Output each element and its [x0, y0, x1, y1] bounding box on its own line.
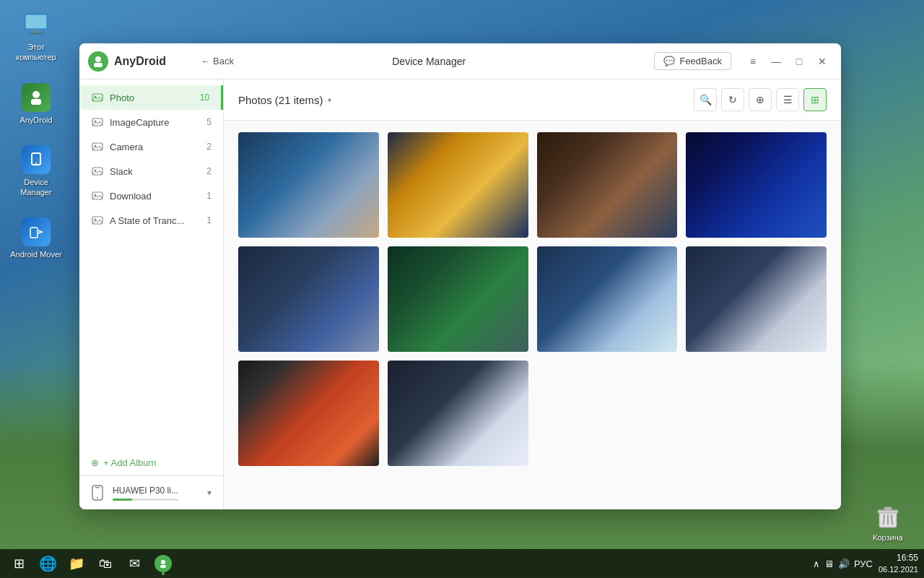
sidebar-item-imagecapture[interactable]: ImageCapture 5: [79, 110, 223, 134]
taskbar-explorer[interactable]: 📁: [64, 551, 90, 577]
title-bar: AnyDroid ← Back Device Manager 💬 FeedBac…: [79, 43, 841, 79]
photo-item[interactable]: [686, 132, 827, 238]
trance-nav-count: 1: [206, 215, 212, 225]
list-view-icon: ☰: [783, 94, 793, 105]
sidebar-item-slack[interactable]: Slack 2: [79, 159, 223, 184]
language-indicator[interactable]: РУС: [854, 558, 873, 569]
recycle-bin-icon: [873, 501, 902, 533]
taskbar-clock[interactable]: 16:55 06.12.2021: [879, 552, 918, 575]
android-mover-label: Android Mover: [10, 249, 62, 259]
window-title: Device Manager: [392, 56, 466, 67]
recycle-bin[interactable]: Корзина: [859, 501, 917, 542]
computer-icon: [22, 10, 51, 39]
imagecapture-nav-label: ImageCapture: [110, 117, 169, 128]
volume-icon[interactable]: 🔊: [838, 558, 850, 569]
photo-grid: [224, 121, 841, 509]
feedback-button[interactable]: 💬 FeedBack: [654, 52, 731, 70]
photo-item[interactable]: [537, 246, 678, 352]
main-content: Photos (21 items) ▾ 🔍 ↻ ⊕: [224, 79, 841, 509]
svg-point-15: [95, 56, 101, 62]
device-name: HUAWEI P30 li...: [113, 486, 178, 496]
maximize-button[interactable]: □: [789, 51, 809, 72]
grid-view-button[interactable]: ⊞: [803, 88, 827, 111]
sidebar-item-camera[interactable]: Camera 2: [79, 134, 223, 159]
title-bar-right: 💬 FeedBack ≡ — □ ✕: [654, 51, 832, 72]
close-button[interactable]: ✕: [812, 51, 832, 72]
camera-nav-label: Camera: [110, 142, 143, 152]
desktop-icons: Этот компьютер AnyDroid: [7, 7, 65, 263]
sidebar-item-download[interactable]: Download 1: [79, 184, 223, 208]
add-album-label: + Add Album: [103, 457, 156, 468]
back-label: Back: [213, 56, 234, 66]
add-album-button[interactable]: ⊕ + Add Album: [79, 450, 223, 475]
svg-rect-10: [878, 510, 898, 513]
svg-rect-1: [26, 15, 46, 28]
sidebar-item-trance[interactable]: A State of Tranc... 1: [79, 208, 223, 233]
minimize-icon: —: [771, 56, 781, 67]
app-window: AnyDroid ← Back Device Manager 💬 FeedBac…: [79, 43, 841, 509]
sidebar-nav: Photo 10 ImageCapture 5: [79, 79, 223, 450]
menu-icon: ≡: [750, 56, 756, 67]
device-phone-icon: [91, 485, 107, 501]
screen-icon[interactable]: 🖥: [824, 558, 834, 569]
explorer-icon: 📁: [69, 556, 84, 571]
photo-item[interactable]: [238, 132, 379, 238]
photo-item[interactable]: [238, 246, 379, 352]
add-album-icon: ⊕: [91, 457, 99, 468]
minimize-button[interactable]: —: [766, 51, 786, 72]
photos-title-button[interactable]: Photos (21 items) ▾: [238, 94, 331, 106]
menu-button[interactable]: ≡: [743, 51, 763, 72]
app-branding: AnyDroid: [88, 51, 204, 72]
taskbar-store[interactable]: 🛍: [92, 551, 118, 577]
taskbar-edge[interactable]: 🌐: [35, 551, 61, 577]
photo-item[interactable]: [388, 132, 528, 238]
svg-line-12: [884, 514, 884, 525]
content-header: Photos (21 items) ▾ 🔍 ↻ ⊕: [224, 79, 841, 121]
photo-item[interactable]: [537, 132, 678, 238]
title-bar-center: Device Manager: [204, 56, 654, 67]
photo-nav-icon: [91, 91, 104, 104]
imagecapture-nav-icon: [91, 116, 104, 129]
store-icon: 🛍: [99, 556, 112, 571]
device-storage-fill: [113, 499, 132, 501]
photo-item[interactable]: [388, 361, 528, 466]
download-nav-count: 1: [206, 191, 212, 201]
svg-point-30: [97, 497, 98, 499]
header-actions: 🔍 ↻ ⊕ ☰ ⊞: [694, 88, 827, 111]
svg-point-4: [32, 91, 40, 98]
slack-nav-icon: [91, 165, 104, 178]
photo-item[interactable]: [388, 246, 528, 352]
start-button[interactable]: ⊞: [6, 551, 32, 577]
camera-nav-count: 2: [206, 142, 212, 152]
desktop-icon-android-mover[interactable]: Android Mover: [7, 215, 65, 262]
app-name: AnyDroid: [114, 55, 166, 68]
desktop-icon-device-manager[interactable]: Device Manager: [7, 142, 65, 201]
desktop-icon-computer[interactable]: Этот компьютер: [7, 7, 65, 66]
taskbar: ⊞ 🌐 📁 🛍 ✉ ∧ 🖥 🔊 Р: [0, 549, 924, 578]
desktop-icon-anydroid[interactable]: AnyDroid: [7, 80, 65, 128]
photo-nav-count: 10: [200, 92, 209, 103]
back-button[interactable]: ← Back: [195, 53, 240, 69]
list-view-button[interactable]: ☰: [776, 88, 799, 111]
taskbar-right: ∧ 🖥 🔊 РУС 16:55 06.12.2021: [813, 552, 918, 575]
refresh-button[interactable]: ↻: [721, 88, 744, 111]
photo-item[interactable]: [238, 361, 379, 466]
trance-nav-label: A State of Tranc...: [110, 215, 184, 226]
search-button[interactable]: 🔍: [694, 88, 717, 111]
tray-expand-icon[interactable]: ∧: [813, 558, 820, 569]
svg-rect-2: [32, 30, 40, 33]
taskbar-anydroid[interactable]: [150, 551, 176, 577]
app-body: Photo 10 ImageCapture 5: [79, 79, 841, 509]
android-mover-icon: [22, 217, 51, 246]
photo-item[interactable]: [686, 246, 827, 352]
device-expand-icon[interactable]: ▾: [207, 488, 212, 498]
taskbar-date: 06.12.2021: [879, 564, 918, 575]
taskbar-sys-icons: ∧ 🖥 🔊 РУС: [813, 558, 873, 569]
sidebar-item-photo[interactable]: Photo 10: [79, 85, 223, 110]
svg-rect-8: [30, 228, 38, 238]
search-icon: 🔍: [699, 94, 712, 105]
add-button[interactable]: ⊕: [749, 88, 772, 111]
svg-rect-16: [94, 63, 103, 67]
svg-line-14: [892, 514, 892, 525]
taskbar-mail[interactable]: ✉: [121, 551, 147, 577]
